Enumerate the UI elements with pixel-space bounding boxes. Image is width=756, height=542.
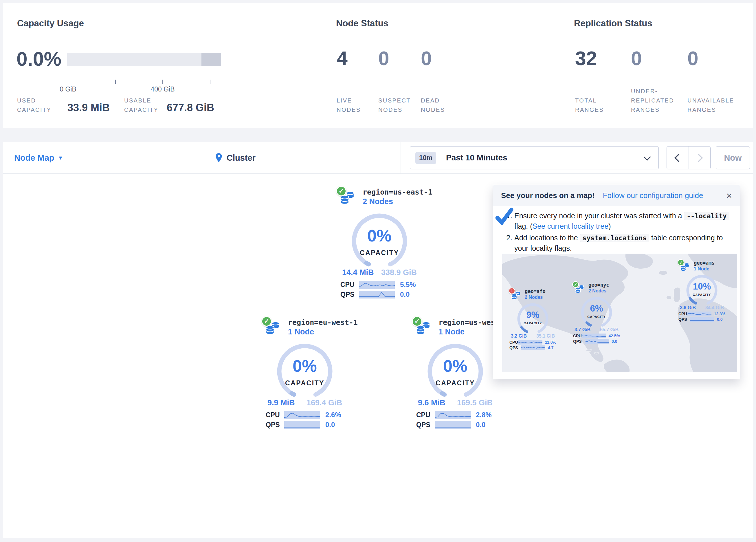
locality-tree-link[interactable]: See current locality tree: [533, 222, 609, 230]
axis-tick: [162, 80, 163, 84]
breadcrumb-label: Cluster: [227, 153, 256, 163]
popup-header: See your nodes on a map! Follow our conf…: [493, 185, 740, 206]
cpu-label: CPU: [573, 334, 582, 338]
axis-tick: [210, 80, 210, 84]
node-status-title: Node Status: [336, 18, 388, 29]
axis-tick: [115, 80, 116, 84]
capacity-bar: [67, 53, 221, 66]
capacity-caption: CAPACITY: [349, 249, 410, 257]
total-capacity: 169.4 GiB: [307, 398, 342, 407]
chevron-left-icon: [674, 153, 683, 162]
cluster-summary-bar: Capacity Usage 0.0% 0 GiB 400 GiB USED C…: [3, 3, 753, 128]
instruction-step-2: Add locations to the system.locations ta…: [514, 233, 731, 253]
qps-value: 0.0: [400, 291, 410, 299]
capacity-caption: CAPACITY: [425, 379, 486, 387]
cpu-row: CPU 5.5%: [340, 281, 419, 289]
popup-instructions: Ensure every node in your cluster was st…: [493, 206, 740, 253]
qps-sparkline: [521, 346, 545, 350]
total-capacity: 338.9 GiB: [381, 268, 417, 277]
capacity-percent: 0%: [274, 356, 335, 376]
region-node-count: 2 Nodes: [363, 197, 432, 206]
qps-value: 0.0: [612, 339, 617, 344]
cpu-value: 2.6%: [325, 411, 341, 419]
total-capacity: 169.5 GiB: [457, 398, 493, 407]
cpu-sparkline: [435, 411, 471, 419]
used-capacity: 14.4 MiB: [342, 268, 374, 277]
blue-check-icon: [495, 207, 514, 226]
locality-flag-code: --locality: [684, 212, 729, 220]
cpu-value: 12.3%: [714, 312, 726, 316]
region-node-count: 1 Node: [288, 328, 358, 337]
capacity-percent: 0.0%: [16, 49, 61, 69]
time-nav-group: [667, 146, 711, 169]
cpu-label: CPU: [416, 411, 435, 419]
under-replicated-count: 0: [631, 48, 642, 68]
time-range-label: Past 10 Minutes: [446, 153, 507, 162]
cpu-sparkline: [518, 340, 542, 345]
region-node-count: 2 Nodes: [588, 289, 609, 294]
locality-config-popup: See your nodes on a map! Follow our conf…: [493, 185, 740, 379]
qps-value: 0.0: [476, 421, 485, 429]
step-text: flag. (: [514, 222, 533, 230]
status-alert-badge: 1: [509, 288, 515, 294]
capacity-caption: CAPACITY: [579, 315, 614, 319]
time-range-dropdown[interactable]: 10m Past 10 Minutes: [410, 146, 659, 169]
region-header: ✓ region=us-east-1 2 Nodes: [336, 187, 426, 209]
status-ok-badge: ✓: [572, 281, 579, 288]
qps-row: QPS 0.0: [416, 421, 494, 429]
capacity-gauge: 0% CAPACITY: [274, 342, 335, 398]
region-node-count: 1 Node: [694, 266, 715, 272]
capacity-caption: CAPACITY: [516, 322, 550, 325]
qps-row: QPS 0.0: [266, 421, 344, 429]
region-name: geo=nyc: [588, 282, 609, 288]
qps-sparkline: [585, 339, 609, 344]
region-card-us-east-1[interactable]: ✓ region=us-east-1 2 Nodes 0% CAPACITY 1…: [333, 187, 426, 300]
capacity-percent: 0%: [349, 226, 410, 245]
qps-value: 0.0: [717, 317, 722, 322]
capacity-percent: 10%: [685, 282, 719, 292]
total-ranges-label: TOTAL RANGES: [575, 96, 611, 114]
capacity-percent: 0%: [425, 356, 486, 376]
capacity-gauge: 0% CAPACITY: [425, 342, 486, 398]
live-nodes-count: 4: [337, 48, 348, 68]
qps-label: QPS: [416, 421, 435, 429]
configuration-guide-link[interactable]: Follow our configuration guide: [603, 191, 703, 200]
toolbar-divider: [401, 142, 401, 173]
live-nodes-label: LIVE NODES: [337, 96, 371, 114]
region-card-eu-west-1[interactable]: ✓ region=eu-west-1 1 Node 0% CAPACITY 9.…: [258, 317, 351, 431]
unavailable-label: UNAVAILABLE RANGES: [687, 96, 748, 114]
axis-tick-label-0: 0 GiB: [51, 85, 85, 93]
time-prev-button[interactable]: [667, 146, 689, 169]
cpu-value: 42.5%: [609, 334, 620, 338]
cpu-label: CPU: [266, 411, 284, 419]
region-header: ✓ region=us-west-1 1 Node: [412, 317, 502, 339]
close-icon[interactable]: ×: [726, 190, 732, 200]
mini-region-card-geo-nyc: ✓ geo=nyc 2 Nodes 6% CAPACITY 3.7 GiB 65…: [571, 282, 622, 345]
qps-value: 0.0: [325, 421, 335, 429]
region-name: geo=ams: [694, 260, 715, 266]
region-name: geo=sfo: [525, 289, 546, 294]
time-range-badge: 10m: [415, 152, 436, 164]
system-locations-code: system.locations: [580, 234, 649, 242]
region-node-count: 2 Nodes: [525, 295, 546, 300]
cpu-row: CPU 2.6%: [266, 411, 344, 419]
node-map-page: Capacity Usage 0.0% 0 GiB 400 GiB USED C…: [0, 0, 756, 542]
status-ok-badge: ✓: [336, 186, 346, 196]
used-capacity: 9.6 MiB: [418, 398, 445, 407]
usable-capacity-label: USABLE CAPACITY: [124, 96, 169, 114]
capacity-percent: 6%: [579, 304, 614, 314]
now-button[interactable]: Now: [716, 146, 750, 169]
qps-sparkline: [359, 291, 395, 299]
usable-capacity-value: 677.8 GiB: [167, 102, 214, 114]
breadcrumb[interactable]: Cluster: [215, 142, 256, 173]
cpu-label: CPU: [509, 340, 518, 345]
qps-label: QPS: [509, 346, 521, 350]
cpu-row: CPU 2.8%: [416, 411, 494, 419]
time-next-button[interactable]: [689, 146, 711, 169]
mini-region-card-geo-ams: ✓ geo=ams 1 Node 10% CAPACITY 3.6 GiB 34…: [676, 260, 727, 323]
cpu-sparkline: [359, 281, 395, 289]
view-selector-dropdown[interactable]: Node Map ▾: [14, 142, 62, 173]
capacity-bar-reserved-segment: [201, 53, 221, 66]
capacity-caption: CAPACITY: [685, 293, 719, 297]
region-card-us-west-1[interactable]: ✓ region=us-west-1 1 Node 0% CAPACITY 9.…: [409, 317, 502, 431]
